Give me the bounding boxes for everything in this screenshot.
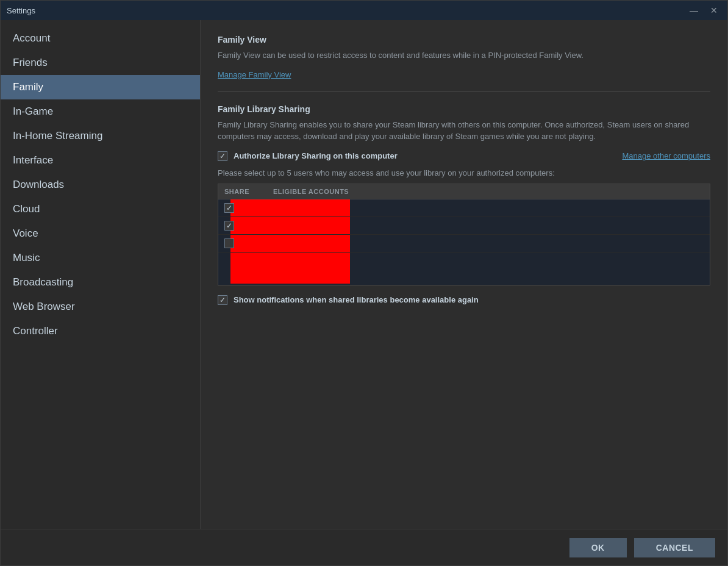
footer: OK CANCEL — [1, 529, 727, 565]
family-library-sharing-section: Family Library Sharing Family Library Sh… — [218, 104, 710, 305]
family-library-sharing-title: Family Library Sharing — [218, 104, 710, 114]
eligible-accounts-table: SHARE ELIGIBLE ACCOUNTS — [218, 184, 710, 285]
select-users-text: Please select up to 5 users who may acce… — [218, 168, 710, 177]
notifications-checkbox[interactable] — [218, 295, 227, 305]
manage-family-view-link[interactable]: Manage Family View — [218, 70, 291, 79]
family-view-title: Family View — [218, 35, 710, 45]
family-view-section: Family View Family View can be used to r… — [218, 35, 710, 79]
window-title: Settings — [7, 6, 35, 15]
main-panel: Family View Family View can be used to r… — [201, 20, 727, 529]
sidebar-item-voice[interactable]: Voice — [1, 221, 200, 246]
col-share: SHARE — [224, 188, 273, 195]
table-row — [218, 217, 710, 235]
close-button[interactable]: ✕ — [707, 4, 721, 16]
table-row — [218, 235, 710, 253]
authorize-checkbox-row: Authorize Library Sharing on this comput… — [218, 151, 710, 161]
row-checkbox-3[interactable] — [224, 238, 234, 248]
family-library-sharing-description: Family Library Sharing enables you to sh… — [218, 119, 710, 143]
table-body — [218, 199, 710, 285]
window-controls: — ✕ — [686, 4, 721, 16]
sidebar-item-downloads[interactable]: Downloads — [1, 173, 200, 197]
authorize-label: Authorize Library Sharing on this comput… — [234, 151, 398, 160]
cancel-button[interactable]: CANCEL — [634, 538, 715, 557]
sidebar: Account Friends Family In-Game In-Home S… — [1, 20, 201, 529]
sidebar-item-cloud[interactable]: Cloud — [1, 197, 200, 221]
authorize-checkbox[interactable] — [218, 151, 227, 161]
section-divider — [218, 91, 710, 92]
sidebar-item-broadcasting[interactable]: Broadcasting — [1, 270, 200, 295]
sidebar-item-in-game[interactable]: In-Game — [1, 99, 200, 124]
ok-button[interactable]: OK — [569, 538, 627, 557]
sidebar-item-in-home-streaming[interactable]: In-Home Streaming — [1, 124, 200, 148]
titlebar: Settings — ✕ — [1, 1, 727, 20]
row-checkbox-2[interactable] — [224, 221, 234, 231]
sidebar-item-account[interactable]: Account — [1, 26, 200, 51]
family-view-description: Family View can be used to restrict acce… — [218, 49, 710, 62]
sidebar-item-controller[interactable]: Controller — [1, 319, 200, 343]
notifications-label: Show notifications when shared libraries… — [234, 295, 479, 304]
manage-other-computers-link[interactable]: Manage other computers — [622, 151, 710, 160]
table-row — [218, 199, 710, 217]
sidebar-item-interface[interactable]: Interface — [1, 148, 200, 173]
sidebar-item-friends[interactable]: Friends — [1, 51, 200, 75]
col-eligible: ELIGIBLE ACCOUNTS — [273, 188, 349, 195]
settings-window: Settings — ✕ Account Friends Family In-G… — [0, 0, 728, 566]
table-header: SHARE ELIGIBLE ACCOUNTS — [218, 184, 710, 199]
row-checkbox-1[interactable] — [224, 203, 234, 213]
sidebar-item-web-browser[interactable]: Web Browser — [1, 295, 200, 319]
sidebar-item-family[interactable]: Family — [1, 75, 200, 99]
sidebar-item-music[interactable]: Music — [1, 246, 200, 270]
content-area: Account Friends Family In-Game In-Home S… — [1, 20, 727, 529]
minimize-button[interactable]: — — [686, 4, 702, 16]
notifications-checkbox-row: Show notifications when shared libraries… — [218, 295, 710, 305]
